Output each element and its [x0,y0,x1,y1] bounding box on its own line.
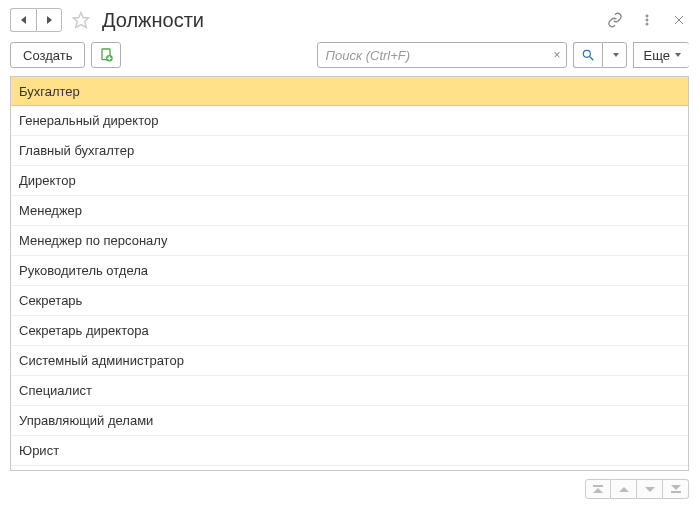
search-wrap: × [317,42,567,68]
svg-line-11 [589,57,593,61]
list-move-down-button[interactable] [637,479,663,499]
list-item[interactable]: Менеджер по персоналу [11,226,688,256]
triangle-down-icon [645,487,655,492]
link-icon[interactable] [605,10,625,30]
list-item[interactable]: Главный бухгалтер [11,136,688,166]
search-execute-button[interactable] [573,42,627,68]
list-item[interactable]: Специалист [11,376,688,406]
svg-point-1 [646,15,648,17]
list: БухгалтерГенеральный директорГлавный бух… [10,76,689,471]
page-title: Должности [102,9,593,32]
svg-point-2 [646,19,648,21]
kebab-menu-icon[interactable] [637,10,657,30]
list-item[interactable]: Управляющий делами [11,406,688,436]
list-goto-top-button[interactable] [585,479,611,499]
toolbar: Создать × Еще [0,38,699,76]
svg-point-3 [646,23,648,25]
close-icon[interactable] [669,10,689,30]
goto-bottom-icon [671,485,681,493]
list-item[interactable]: Менеджер [11,196,688,226]
favorite-star-icon[interactable] [70,9,92,31]
list-item[interactable]: Системный администратор [11,346,688,376]
list-item[interactable]: Руководитель отдела [11,256,688,286]
caret-down-icon [613,53,619,57]
more-button[interactable]: Еще [633,42,689,68]
list-nav-group [585,479,689,499]
nav-group [10,8,62,32]
forward-button[interactable] [36,8,62,32]
svg-point-10 [583,50,590,57]
more-label[interactable]: Еще [633,42,689,68]
document-plus-icon [98,47,114,63]
list-item[interactable]: Секретарь [11,286,688,316]
window-header: Должности [0,0,699,38]
search-dropdown[interactable] [602,42,627,68]
list-item[interactable]: Директор [11,166,688,196]
magnifier-icon[interactable] [573,42,602,68]
arrow-left-icon [21,16,26,24]
search-input[interactable] [317,42,567,68]
search-clear-icon[interactable]: × [554,48,561,62]
footer [0,471,699,499]
list-item[interactable]: Юрист [11,436,688,466]
back-button[interactable] [10,8,36,32]
list-move-up-button[interactable] [611,479,637,499]
create-copy-button[interactable] [91,42,121,68]
create-button[interactable]: Создать [10,42,85,68]
triangle-up-icon [619,487,629,492]
caret-down-icon [675,53,681,57]
list-item[interactable]: Генеральный директор [11,106,688,136]
arrow-right-icon [47,16,52,24]
list-goto-bottom-button[interactable] [663,479,689,499]
list-item[interactable]: Бухгалтер [11,76,688,106]
list-item[interactable]: Секретарь директора [11,316,688,346]
svg-marker-0 [74,13,89,28]
goto-top-icon [593,485,603,493]
